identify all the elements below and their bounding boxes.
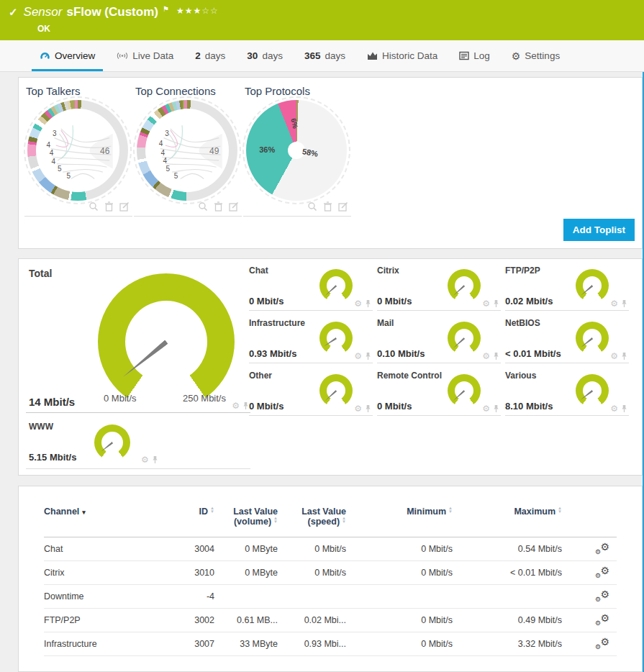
table-row: Downtime -4 ⚙⚙ [44,585,617,609]
gear-icon[interactable]: ⚙ [232,401,240,410]
edit-icon[interactable] [119,201,130,212]
historic-chart-icon [367,51,378,60]
pin-icon[interactable] [365,299,371,308]
gauge-tile-total: Total 0 Mbit/s 250 Mbit/s 14 Mbit/s ⚙ [26,263,250,413]
gear-icon: ⚙ [512,50,521,62]
tab-bar: Overview Live Data 2days 30days 365days … [0,40,644,72]
channel-settings-gears-icon[interactable]: ⚙⚙ [595,637,609,650]
chord-small-values: 344455 [27,100,128,201]
pin-icon[interactable] [621,299,627,308]
channels-table: Channel▾ ID▲▼ Last Value (volume)▲▼ Last… [19,507,642,656]
gauge-tile-ftp-p2p: FTP/P2P 0.02 Mbit/s ⚙ [505,263,629,311]
column-header-last-value-volume[interactable]: Last Value (volume)▲▼ [214,507,278,527]
pie-label-36: 36% [259,145,275,154]
tab-historic-data[interactable]: Historic Data [356,40,448,71]
toplist-top-protocols: Top Protocols 58% 36% 6% [243,83,351,217]
sort-icon: ▲▼ [342,517,346,524]
table-header-row: Channel▾ ID▲▼ Last Value (volume)▲▼ Last… [44,507,617,537]
magnifier-icon[interactable] [307,201,317,212]
channel-settings-gears-icon[interactable]: ⚙⚙ [595,613,609,626]
broadcast-icon [117,51,128,60]
pin-icon[interactable] [621,352,627,360]
tab-30-days[interactable]: 30days [236,40,294,71]
pin-icon[interactable] [152,455,158,464]
gear-icon[interactable]: ⚙ [141,455,149,464]
priority-stars[interactable]: ★★★☆☆ [176,6,219,16]
gear-icon[interactable]: ⚙ [354,299,362,308]
pin-icon[interactable] [493,352,499,360]
tab-overview[interactable]: Overview [29,40,106,71]
add-toplist-button[interactable]: Add Toplist [563,219,635,241]
gauge-tile-various: Various 8.10 Mbit/s ⚙ [505,368,629,416]
pin-icon[interactable] [365,352,371,360]
channel-settings-gears-icon[interactable]: ⚙⚙ [595,566,609,578]
chevron-down-icon: ▾ [82,509,86,516]
gear-icon[interactable]: ⚙ [482,404,490,413]
gear-icon[interactable]: ⚙ [482,352,490,360]
magnifier-icon[interactable] [89,201,99,212]
tab-settings[interactable]: ⚙ Settings [501,40,571,71]
log-icon [459,51,469,60]
magnifier-icon[interactable] [198,201,208,212]
pin-icon[interactable] [242,401,249,410]
gauge-tile-citrix: Citrix 0 Mbit/s ⚙ [377,263,501,311]
gauge-icon [40,51,50,61]
gauge-tile-netbios: NetBIOS < 0.01 Mbit/s ⚙ [505,316,629,363]
toplist-top-talkers: Top Talkers 46 344455 [24,83,132,217]
toplist-top-connections: Top Connections 49 344455 [134,83,242,217]
tab-log[interactable]: Log [448,40,501,71]
column-header-channel[interactable]: Channel▾ [44,507,170,517]
table-row: FTP/P2P 3002 0.61 MB... 0.02 Mbi... 0 Mb… [44,609,617,632]
gear-icon[interactable]: ⚙ [610,299,618,308]
column-header-last-value-speed[interactable]: Last Value (speed)▲▼ [278,507,346,527]
channel-settings-gears-icon[interactable]: ⚙⚙ [595,589,609,602]
tab-live-data[interactable]: Live Data [106,40,184,71]
pin-icon[interactable] [493,404,499,413]
gauge-tile-remote-control: Remote Control 0 Mbit/s ⚙ [377,368,501,416]
gauge-max-label: 250 Mbit/s [183,393,226,404]
gauge-min-label: 0 Mbit/s [104,393,137,404]
sensor-title: sFlow (Custom) [66,5,158,19]
edit-icon[interactable] [338,201,348,212]
toplists-panel: Top Talkers 46 344455 [18,77,643,249]
column-header-id[interactable]: ID▲▼ [170,507,214,517]
gear-icon[interactable]: ⚙ [482,299,490,308]
pin-icon[interactable] [493,299,499,308]
trash-icon[interactable] [323,201,332,212]
trash-icon[interactable] [214,201,223,212]
gauge-value: 14 Mbit/s [29,396,75,408]
edit-icon[interactable] [229,201,239,212]
gear-icon[interactable]: ⚙ [610,352,618,360]
gear-icon[interactable]: ⚙ [354,352,362,360]
gear-icon[interactable]: ⚙ [354,404,362,413]
column-header-minimum[interactable]: Minimum▲▼ [346,507,453,517]
chart-title: Top Connections [135,85,242,97]
tab-2-days[interactable]: 2days [184,40,236,71]
chord-small-values: 344455 [137,100,237,201]
gauge-tile-www: WWW 5.15 Mbit/s ⚙ [26,417,250,469]
trash-icon[interactable] [104,201,114,212]
table-row: Chat 3004 0 MByte 0 Mbit/s 0 Mbit/s 0.54… [44,537,617,561]
prtg-sensor-page: ✓ Sensor sFlow (Custom) ⚑ ★★★☆☆ OK Overv… [0,0,644,672]
gauge-tile-mail: Mail 0.10 Mbit/s ⚙ [377,316,501,363]
gauges-panel: Total 0 Mbit/s 250 Mbit/s 14 Mbit/s ⚙ Ch… [18,258,643,476]
gauge-tile-other: Other 0 Mbit/s ⚙ [249,368,373,416]
flag-icon[interactable]: ⚑ [163,5,169,13]
top-connections-chord-chart[interactable]: 49 344455 [137,100,237,201]
gear-icon[interactable]: ⚙ [610,404,618,413]
table-row: Citrix 3010 0 MByte 0 Mbit/s 0 Mbit/s < … [44,561,617,585]
table-row: Infrastructure 3007 33 MByte 0.93 Mbi...… [44,632,617,656]
pin-icon[interactable] [621,404,627,413]
channels-table-panel: Channel▾ ID▲▼ Last Value (volume)▲▼ Last… [18,486,643,672]
status-badge: OK [37,24,50,34]
status-ok-check-icon: ✓ [9,6,18,19]
top-talkers-chord-chart[interactable]: 46 344455 [27,100,128,201]
top-protocols-pie-chart[interactable]: 58% 36% 6% [246,100,347,201]
channel-settings-gears-icon[interactable]: ⚙⚙ [595,542,609,555]
column-header-maximum[interactable]: Maximum▲▼ [453,507,562,517]
pin-icon[interactable] [365,404,371,413]
tab-365-days[interactable]: 365days [294,40,356,71]
object-kind-label: Sensor [24,5,63,19]
gauge-tile-infrastructure: Infrastructure 0.93 Mbit/s ⚙ [249,316,373,363]
chart-title: Top Talkers [26,85,132,97]
